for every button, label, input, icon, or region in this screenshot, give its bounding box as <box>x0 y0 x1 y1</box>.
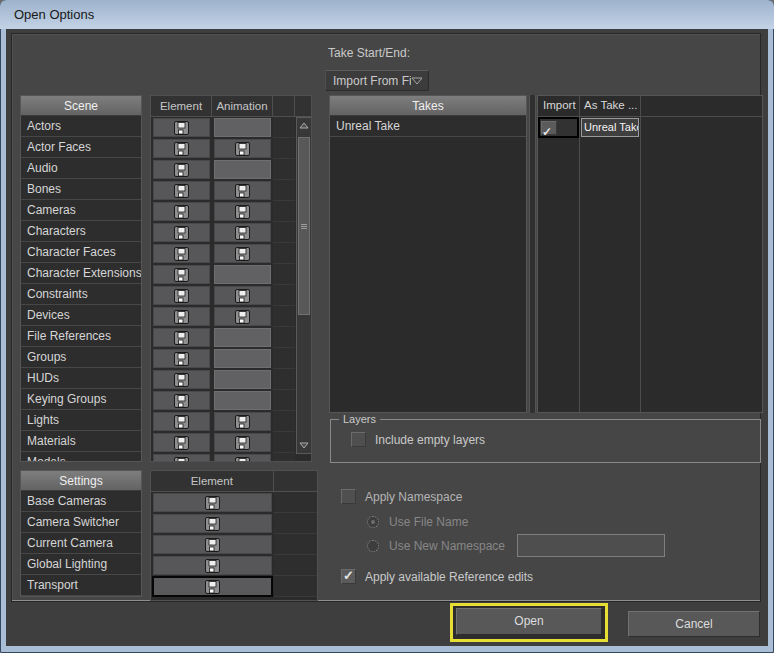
settings-row[interactable]: Global Lighting <box>21 554 141 575</box>
element-save-cell[interactable] <box>153 202 210 221</box>
element-save-cell[interactable] <box>153 223 210 242</box>
save-icon <box>205 496 220 510</box>
animation-save-cell[interactable] <box>214 328 271 347</box>
include-empty-layers-checkbox[interactable] <box>351 432 366 447</box>
save-icon <box>205 580 220 594</box>
animation-save-cell[interactable] <box>214 223 271 242</box>
animation-save-cell[interactable] <box>214 454 271 462</box>
scene-row[interactable]: Keying Groups <box>21 389 141 410</box>
animation-save-cell[interactable] <box>214 286 271 305</box>
settings-row[interactable]: Base Cameras <box>21 491 141 512</box>
element-save-cell[interactable] <box>153 160 210 179</box>
scene-row[interactable]: Lights <box>21 410 141 431</box>
use-new-namespace-radio[interactable] <box>367 540 379 552</box>
open-options-window: Open Options Take Start/End: Import From… <box>0 0 774 653</box>
scrollbar-grip-icon <box>301 224 307 230</box>
element-save-cell[interactable] <box>153 370 210 389</box>
animation-save-cell[interactable] <box>214 139 271 158</box>
animation-save-cell[interactable] <box>214 349 271 368</box>
element-save-cell[interactable] <box>153 286 210 305</box>
element-save-cell[interactable] <box>153 265 210 284</box>
as-take-cell[interactable]: Unreal Take <box>581 118 639 137</box>
save-icon <box>174 205 189 219</box>
animation-save-cell[interactable] <box>214 307 271 326</box>
import-checkbox[interactable] <box>541 121 557 135</box>
element-save-cell[interactable] <box>153 535 272 554</box>
element-save-cell[interactable] <box>153 349 210 368</box>
import-checkbox-cell[interactable] <box>538 117 579 138</box>
namespace-input[interactable] <box>517 534 665 557</box>
save-icon <box>205 538 220 552</box>
spacer-cell <box>273 264 295 285</box>
element-save-cell[interactable] <box>153 493 272 512</box>
animation-save-cell[interactable] <box>214 433 271 452</box>
titlebar[interactable]: Open Options <box>0 0 774 29</box>
element-save-cell[interactable] <box>153 139 210 158</box>
animation-save-cell[interactable] <box>214 160 271 179</box>
save-icon <box>174 163 189 177</box>
scene-grid-row <box>151 180 311 201</box>
scene-grid-row <box>151 264 311 285</box>
scroll-up-icon[interactable] <box>298 119 310 132</box>
save-icon <box>174 121 189 135</box>
element-save-cell[interactable] <box>153 307 210 326</box>
scene-row[interactable]: Character Faces <box>21 242 141 263</box>
apply-namespace-checkbox[interactable] <box>341 489 356 504</box>
scene-row[interactable]: Audio <box>21 158 141 179</box>
element-save-cell[interactable] <box>152 576 273 597</box>
element-save-cell[interactable] <box>153 412 210 431</box>
scene-row[interactable]: Devices <box>21 305 141 326</box>
element-save-cell[interactable] <box>153 118 210 137</box>
animation-save-cell[interactable] <box>214 118 271 137</box>
scene-row[interactable]: Constraints <box>21 284 141 305</box>
scene-row[interactable]: Cameras <box>21 200 141 221</box>
scene-row[interactable]: Actors <box>21 116 141 137</box>
element-save-cell[interactable] <box>153 391 210 410</box>
spacer-cell <box>273 180 295 201</box>
animation-save-cell[interactable] <box>214 265 271 284</box>
take-start-end-label: Take Start/End: <box>328 46 410 60</box>
scene-row[interactable]: Groups <box>21 347 141 368</box>
open-button-highlight: Open <box>450 603 608 642</box>
save-icon <box>174 247 189 261</box>
settings-row[interactable]: Camera Switcher <box>21 512 141 533</box>
cancel-button[interactable]: Cancel <box>628 611 760 637</box>
use-file-name-label: Use File Name <box>389 515 468 529</box>
take-row[interactable]: Unreal Take <box>330 116 526 137</box>
scene-row[interactable]: Materials <box>21 431 141 452</box>
scroll-down-icon[interactable] <box>298 439 310 452</box>
scene-row[interactable]: File References <box>21 326 141 347</box>
scene-grid-row <box>151 285 311 306</box>
take-start-end-dropdown[interactable]: Import From File <box>325 70 429 91</box>
settings-row[interactable]: Transport <box>21 575 141 596</box>
animation-save-cell[interactable] <box>214 244 271 263</box>
scene-row[interactable]: HUDs <box>21 368 141 389</box>
element-save-cell[interactable] <box>153 328 210 347</box>
scene-grid-scrollbar[interactable] <box>296 117 312 454</box>
scene-row[interactable]: Characters <box>21 221 141 242</box>
animation-save-cell[interactable] <box>214 412 271 431</box>
scene-row[interactable]: Bones <box>21 179 141 200</box>
element-save-cell[interactable] <box>153 181 210 200</box>
scrollbar-thumb[interactable] <box>298 137 310 315</box>
element-save-cell[interactable] <box>153 556 272 575</box>
element-save-cell[interactable] <box>153 454 210 462</box>
scene-row[interactable]: Character Extensions <box>21 263 141 284</box>
scene-row[interactable]: Actor Faces <box>21 137 141 158</box>
save-icon <box>235 457 250 463</box>
element-save-cell[interactable] <box>153 244 210 263</box>
open-button[interactable]: Open <box>456 608 602 635</box>
use-file-name-radio[interactable] <box>367 516 379 528</box>
element-save-cell[interactable] <box>153 514 272 533</box>
animation-save-cell[interactable] <box>214 202 271 221</box>
animation-save-cell[interactable] <box>214 370 271 389</box>
element-save-cell[interactable] <box>153 433 210 452</box>
apply-reference-edits-checkbox[interactable] <box>341 569 356 584</box>
animation-save-cell[interactable] <box>214 181 271 200</box>
spacer-cell <box>273 348 295 369</box>
animation-save-cell[interactable] <box>214 391 271 410</box>
column-divider <box>579 96 580 412</box>
layers-group-label: Layers <box>339 413 380 425</box>
settings-row[interactable]: Current Camera <box>21 533 141 554</box>
scene-row[interactable]: Models <box>21 452 141 462</box>
